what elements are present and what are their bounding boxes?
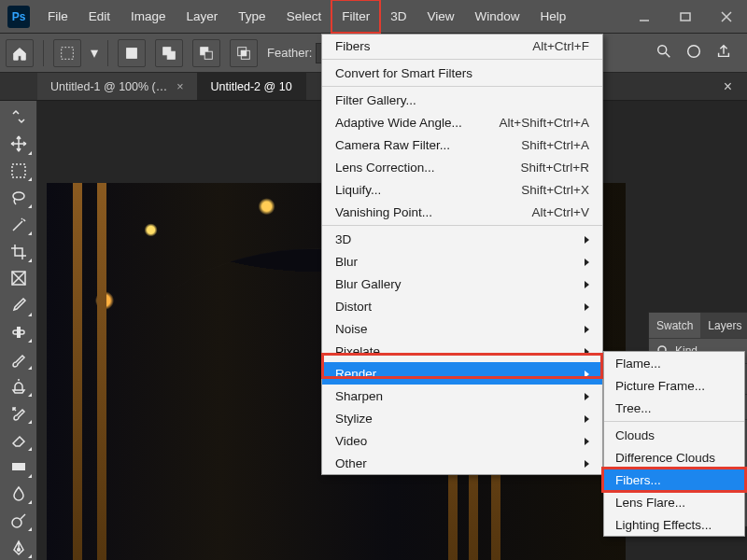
filter-liquify[interactable]: Liquify...Shift+Ctrl+X — [322, 178, 602, 201]
filter-noise[interactable]: Noise — [322, 317, 602, 340]
marquee-tool-icon[interactable] — [53, 39, 81, 67]
menu-item-label: Sharpen — [335, 389, 383, 403]
render-difference-clouds[interactable]: Difference Clouds — [604, 446, 744, 469]
svg-point-11 — [688, 45, 700, 57]
filter-sharpen[interactable]: Sharpen — [322, 385, 602, 407]
menu-item-shortcut: Shift+Ctrl+X — [521, 183, 589, 197]
render-picture-frame[interactable]: Picture Frame... — [604, 374, 744, 397]
collapse-handle-icon[interactable] — [4, 105, 34, 130]
menu-item-label: Lighting Effects... — [615, 518, 712, 532]
add-to-selection-icon[interactable] — [155, 39, 183, 67]
photoshop-window: Ps File Edit Image Layer Type Select Fil… — [0, 0, 747, 560]
menu-select[interactable]: Select — [276, 0, 332, 33]
filter-distort[interactable]: Distort — [322, 295, 602, 317]
magic-wand-tool-icon[interactable] — [4, 212, 34, 237]
render-tree[interactable]: Tree... — [604, 397, 744, 419]
crop-tool-icon[interactable] — [4, 239, 34, 264]
menu-help[interactable]: Help — [529, 0, 576, 33]
share-icon[interactable] — [715, 43, 732, 63]
blur-tool-icon[interactable] — [4, 482, 34, 507]
menu-3d[interactable]: 3D — [380, 0, 416, 33]
filter-convert-smart[interactable]: Convert for Smart Filters — [322, 62, 602, 84]
filter-last-used[interactable]: Fibers Alt+Ctrl+F — [322, 35, 602, 57]
menu-layer[interactable]: Layer — [176, 0, 229, 33]
search-icon[interactable] — [655, 43, 672, 63]
menu-item-label: Render — [335, 367, 376, 381]
menu-filter[interactable]: Filter — [331, 0, 380, 33]
menu-item-label: Noise — [335, 322, 368, 336]
menu-item-shortcut: Shift+Ctrl+A — [521, 138, 589, 152]
menu-item-label: Flame... — [615, 357, 661, 371]
filter-video[interactable]: Video — [322, 429, 602, 452]
filter-camera-raw[interactable]: Camera Raw Filter...Shift+Ctrl+A — [322, 133, 602, 156]
filter-vanishing-point[interactable]: Vanishing Point...Alt+Ctrl+V — [322, 201, 602, 223]
pen-tool-icon[interactable] — [4, 535, 34, 560]
document-tab[interactable]: Untitled-2 @ 10 — [198, 73, 306, 100]
filter-adaptive-wide-angle[interactable]: Adaptive Wide Angle...Alt+Shift+Ctrl+A — [322, 111, 602, 133]
menu-edit[interactable]: Edit — [78, 0, 120, 33]
svg-rect-1 — [62, 47, 74, 59]
filter-render[interactable]: Render — [322, 362, 602, 385]
menu-type[interactable]: Type — [228, 0, 275, 33]
sync-icon[interactable] — [685, 43, 702, 63]
home-icon[interactable] — [6, 39, 34, 67]
render-fibers[interactable]: Fibers... — [604, 469, 744, 491]
brush-tool-icon[interactable] — [4, 346, 34, 371]
eyedropper-tool-icon[interactable] — [4, 293, 34, 318]
menu-item-label: Liquify... — [335, 183, 381, 197]
marquee-tool-icon[interactable] — [4, 159, 34, 184]
window-close-button[interactable] — [706, 0, 747, 33]
tab-layers[interactable]: Layers — [700, 313, 747, 338]
chevron-down-icon[interactable]: ▾ — [91, 44, 98, 62]
menu-item-label: Fibers — [335, 39, 371, 53]
filter-stylize[interactable]: Stylize — [322, 407, 602, 429]
menu-item-label: Tree... — [615, 401, 652, 415]
menu-item-label: Lens Flare... — [615, 496, 685, 510]
clone-stamp-tool-icon[interactable] — [4, 373, 34, 399]
render-lens-flare[interactable]: Lens Flare... — [604, 491, 744, 513]
menu-image[interactable]: Image — [120, 0, 176, 33]
menu-window[interactable]: Window — [464, 0, 529, 33]
frame-tool-icon[interactable] — [4, 266, 34, 291]
eraser-tool-icon[interactable] — [4, 427, 34, 453]
menu-item-label: Adaptive Wide Angle... — [335, 116, 462, 130]
svg-rect-9 — [241, 50, 246, 55]
svg-point-17 — [12, 518, 21, 527]
gradient-tool-icon[interactable] — [4, 455, 34, 480]
filter-blur[interactable]: Blur — [322, 250, 602, 273]
healing-brush-tool-icon[interactable] — [4, 320, 34, 345]
menu-item-label: Difference Clouds — [615, 451, 715, 465]
dodge-tool-icon[interactable] — [4, 508, 34, 533]
menu-file[interactable]: File — [37, 0, 78, 33]
filter-other[interactable]: Other — [322, 452, 602, 474]
window-maximize-button[interactable] — [665, 0, 706, 33]
photoshop-logo: Ps — [7, 6, 30, 28]
render-flame[interactable]: Flame... — [604, 352, 744, 374]
filter-pixelate[interactable]: Pixelate — [322, 340, 602, 362]
tool-strip — [0, 101, 37, 560]
move-tool-icon[interactable] — [4, 132, 34, 157]
subtract-from-selection-icon[interactable] — [192, 39, 220, 67]
filter-lens-correction[interactable]: Lens Correction...Shift+Ctrl+R — [322, 156, 602, 178]
close-tab-icon[interactable]: × — [709, 73, 747, 100]
close-tab-icon[interactable]: × — [176, 80, 183, 93]
render-lighting-effects[interactable]: Lighting Effects... — [604, 513, 744, 536]
tab-swatches[interactable]: Swatch — [649, 313, 700, 338]
render-clouds[interactable]: Clouds — [604, 424, 744, 446]
filter-blur-gallery[interactable]: Blur Gallery — [322, 273, 602, 295]
lasso-tool-icon[interactable] — [4, 185, 34, 210]
svg-point-13 — [13, 192, 24, 200]
intersect-selection-icon[interactable] — [230, 39, 258, 67]
menu-view[interactable]: View — [416, 0, 464, 33]
filter-3d[interactable]: 3D — [322, 228, 602, 250]
menu-item-label: Distort — [335, 300, 372, 314]
svg-rect-2 — [127, 48, 137, 58]
render-submenu: Flame... Picture Frame... Tree... Clouds… — [603, 351, 745, 537]
history-brush-tool-icon[interactable] — [4, 400, 34, 426]
svg-point-18 — [17, 548, 20, 551]
document-tab[interactable]: Untitled-1 @ 100% (… × — [37, 73, 198, 100]
menu-item-label: Video — [335, 434, 367, 448]
new-selection-icon[interactable] — [118, 39, 146, 67]
filter-gallery[interactable]: Filter Gallery... — [322, 89, 602, 111]
window-minimize-button[interactable] — [624, 0, 665, 33]
